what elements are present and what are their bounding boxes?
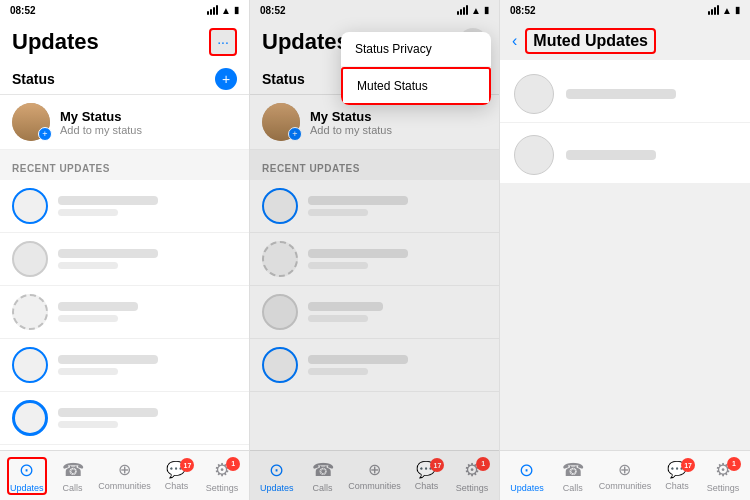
- page-title-2: Updates: [262, 29, 349, 55]
- panel-1: 08:52 ▲ ▮ Updates ··· Status +: [0, 0, 250, 500]
- list-item[interactable]: [0, 339, 249, 392]
- updates-icon-1: ⊙: [19, 459, 34, 481]
- nav-label-settings-1: Settings: [206, 483, 239, 493]
- panel-3: 08:52 ▲ ▮ ‹ Muted Updates: [500, 0, 750, 500]
- list-item[interactable]: [250, 233, 499, 286]
- my-status-1[interactable]: + My Status Add to my status: [0, 95, 249, 150]
- nav-item-updates-3[interactable]: ⊙ Updates: [507, 459, 547, 493]
- signal-icon: [207, 5, 218, 15]
- nav-item-communities-2[interactable]: ⊕ Communities: [348, 460, 401, 491]
- empty-area: [500, 183, 750, 450]
- status-avatar: [262, 294, 298, 330]
- nav-item-updates-1[interactable]: ⊙ Updates: [7, 457, 47, 495]
- nav-label-settings-2: Settings: [456, 483, 489, 493]
- dropdown-item-muted-status[interactable]: Muted Status: [341, 67, 491, 105]
- muted-list-item[interactable]: [500, 127, 750, 183]
- avatar-container-2: +: [262, 103, 300, 141]
- nav-item-settings-3[interactable]: 1 ⚙ Settings: [703, 459, 743, 493]
- plus-icon-1: +: [222, 71, 230, 87]
- nav-item-updates-2[interactable]: ⊙ Updates: [257, 459, 297, 493]
- bottom-nav-3: ⊙ Updates ☎ Calls ⊕ Communities 17 💬 Cha…: [500, 450, 750, 500]
- my-status-name-1: My Status: [60, 109, 142, 124]
- signal-icon-3: [708, 5, 719, 15]
- my-status-sub-2: Add to my status: [310, 124, 392, 136]
- my-status-text-1: My Status Add to my status: [60, 109, 142, 136]
- status-section-title-1: Status: [12, 71, 55, 87]
- my-status-name-2: My Status: [310, 109, 392, 124]
- avatar-add-icon-1: +: [38, 127, 52, 141]
- nav-item-calls-1[interactable]: ☎ Calls: [53, 459, 93, 493]
- nav-item-chats-3[interactable]: 17 💬 Chats: [657, 460, 697, 491]
- header-1: Updates ···: [0, 20, 249, 62]
- status-avatar: [262, 188, 298, 224]
- signal-icon-2: [457, 5, 468, 15]
- list-item[interactable]: [0, 233, 249, 286]
- battery-icon: ▮: [234, 5, 239, 15]
- chats-badge-2: 17: [430, 458, 444, 472]
- settings-badge-1: 1: [226, 457, 240, 471]
- updates-icon-2: ⊙: [269, 459, 284, 481]
- more-icon-1: ···: [217, 34, 229, 50]
- muted-updates-header: ‹ Muted Updates: [500, 20, 750, 60]
- muted-avatar: [514, 74, 554, 114]
- nav-item-calls-2[interactable]: ☎ Calls: [303, 459, 343, 493]
- time-3: 08:52: [510, 5, 536, 16]
- battery-icon-2: ▮: [484, 5, 489, 15]
- list-item[interactable]: [0, 180, 249, 233]
- recent-updates-label-2: RECENT UPDATES: [262, 163, 360, 174]
- list-item[interactable]: [250, 339, 499, 392]
- status-avatar: [12, 241, 48, 277]
- update-list-1: [0, 180, 249, 450]
- panel-2: 08:52 ▲ ▮ Updates ··· Status Privacy Mut…: [250, 0, 500, 500]
- dropdown-item-status-privacy[interactable]: Status Privacy: [341, 32, 491, 67]
- communities-icon-3: ⊕: [618, 460, 631, 479]
- nav-item-chats-2[interactable]: 17 💬 Chats: [406, 460, 446, 491]
- communities-icon-2: ⊕: [368, 460, 381, 479]
- nav-item-chats-1[interactable]: 17 💬 Chats: [156, 460, 196, 491]
- nav-item-communities-1[interactable]: ⊕ Communities: [98, 460, 151, 491]
- nav-item-settings-1[interactable]: 1 ⚙ Settings: [202, 459, 242, 493]
- wifi-icon: ▲: [221, 5, 231, 16]
- status-icons-1: ▲ ▮: [207, 5, 239, 16]
- list-item[interactable]: [250, 286, 499, 339]
- status-avatar: [12, 294, 48, 330]
- bottom-nav-1: ⊙ Updates ☎ Calls ⊕ Communities 17 💬 Cha…: [0, 450, 249, 500]
- status-avatar: [12, 347, 48, 383]
- battery-icon-3: ▮: [735, 5, 740, 15]
- status-avatar: [262, 241, 298, 277]
- update-list-2: [250, 180, 499, 450]
- nav-label-calls-1: Calls: [63, 483, 83, 493]
- list-item[interactable]: [0, 286, 249, 339]
- nav-label-communities-3: Communities: [599, 481, 652, 491]
- back-button-3[interactable]: ‹: [512, 32, 517, 50]
- wifi-icon-2: ▲: [471, 5, 481, 16]
- status-section-title-2: Status: [262, 71, 305, 87]
- nav-item-settings-2[interactable]: 1 ⚙ Settings: [452, 459, 492, 493]
- updates-icon-3: ⊙: [519, 459, 534, 481]
- add-status-button-1[interactable]: +: [215, 68, 237, 90]
- status-icons-3: ▲ ▮: [708, 5, 740, 16]
- muted-list-container: [500, 60, 750, 450]
- status-icons-2: ▲ ▮: [457, 5, 489, 16]
- status-bar-1: 08:52 ▲ ▮: [0, 0, 249, 20]
- list-item[interactable]: [250, 180, 499, 233]
- nav-label-communities-1: Communities: [98, 481, 151, 491]
- nav-label-calls-2: Calls: [313, 483, 333, 493]
- my-status-text-2: My Status Add to my status: [310, 109, 392, 136]
- recent-updates-label-1: RECENT UPDATES: [12, 163, 110, 174]
- calls-icon-3: ☎: [562, 459, 584, 481]
- nav-label-communities-2: Communities: [348, 481, 401, 491]
- muted-title-box: Muted Updates: [525, 28, 656, 54]
- recent-updates-header-2: RECENT UPDATES: [250, 150, 499, 180]
- muted-updates-title: Muted Updates: [533, 32, 648, 49]
- time-2: 08:52: [260, 5, 286, 16]
- bottom-nav-2: ⊙ Updates ☎ Calls ⊕ Communities 17 💬 Cha…: [250, 450, 499, 500]
- nav-item-calls-3[interactable]: ☎ Calls: [553, 459, 593, 493]
- list-item[interactable]: [0, 392, 249, 445]
- nav-item-communities-3[interactable]: ⊕ Communities: [599, 460, 652, 491]
- settings-badge-2: 1: [476, 457, 490, 471]
- status-section-header-1: Status +: [0, 62, 249, 95]
- wifi-icon-3: ▲: [722, 5, 732, 16]
- more-options-button-1[interactable]: ···: [209, 28, 237, 56]
- muted-list-item[interactable]: [500, 60, 750, 123]
